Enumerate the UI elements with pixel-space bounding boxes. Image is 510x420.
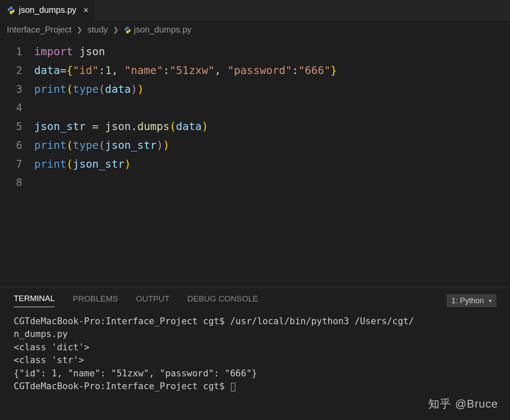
code-line: 7 print(json_str) bbox=[0, 155, 510, 174]
code-line: 4 bbox=[0, 98, 510, 117]
watermark: 知乎 @Bruce bbox=[428, 396, 498, 411]
breadcrumb-item[interactable]: json_dumps.py bbox=[124, 25, 192, 35]
breadcrumb-item[interactable]: study bbox=[87, 25, 108, 35]
tab-terminal[interactable]: TERMINAL bbox=[14, 294, 55, 307]
tab-debug-console[interactable]: DEBUG CONSOLE bbox=[187, 294, 258, 307]
tab-problems[interactable]: PROBLEMS bbox=[73, 294, 118, 307]
chevron-right-icon: ❯ bbox=[77, 26, 82, 34]
terminal-cursor bbox=[231, 383, 235, 391]
line-number: 1 bbox=[0, 43, 34, 61]
python-icon bbox=[7, 6, 15, 15]
line-number: 4 bbox=[0, 99, 34, 117]
terminal-line: <class 'dict'> bbox=[14, 342, 89, 352]
close-icon[interactable]: × bbox=[83, 6, 89, 15]
line-number: 7 bbox=[0, 155, 34, 173]
code-line: 8 bbox=[0, 173, 510, 192]
code-editor[interactable]: 1 import json 2 data={"id":1, "name":"51… bbox=[0, 39, 510, 195]
terminal-selector-label: 1: Python bbox=[447, 294, 496, 307]
line-number: 5 bbox=[0, 118, 34, 136]
line-number: 6 bbox=[0, 136, 34, 154]
terminal-output[interactable]: CGTdeMacBook-Pro:Interface_Project cgt$ … bbox=[0, 311, 510, 397]
tab-filename: json_dumps.py bbox=[19, 5, 77, 15]
code-line: 5 json_str = json.dumps(data) bbox=[0, 117, 510, 136]
code-line: 3 print(type(data)) bbox=[0, 80, 510, 99]
line-number: 8 bbox=[0, 174, 34, 192]
terminal-selector[interactable]: 1: Python bbox=[447, 296, 496, 305]
terminal-line: CGTdeMacBook-Pro:Interface_Project cgt$ … bbox=[14, 316, 414, 326]
tab-active[interactable]: json_dumps.py × bbox=[0, 0, 95, 21]
terminal-line: n_dumps.py bbox=[14, 329, 68, 339]
python-icon bbox=[124, 26, 131, 34]
breadcrumb-item[interactable]: Interface_Project bbox=[7, 25, 71, 35]
tab-output[interactable]: OUTPUT bbox=[136, 294, 169, 307]
code-line: 1 import json bbox=[0, 42, 510, 61]
breadcrumb-filename: json_dumps.py bbox=[134, 25, 192, 35]
terminal-line: {"id": 1, "name": "51zxw", "password": "… bbox=[14, 368, 257, 379]
panel-tabs: TERMINAL PROBLEMS OUTPUT DEBUG CONSOLE 1… bbox=[0, 288, 510, 311]
line-number: 3 bbox=[0, 80, 34, 98]
tab-bar: json_dumps.py × bbox=[0, 0, 510, 21]
breadcrumb: Interface_Project ❯ study ❯ json_dumps.p… bbox=[0, 21, 510, 39]
terminal-line: CGTdeMacBook-Pro:Interface_Project cgt$ bbox=[14, 381, 230, 391]
line-number: 2 bbox=[0, 62, 34, 80]
code-line: 2 data={"id":1, "name":"51zxw", "passwor… bbox=[0, 61, 510, 80]
chevron-right-icon: ❯ bbox=[113, 26, 119, 34]
terminal-line: <class 'str'> bbox=[14, 355, 84, 365]
code-line: 6 print(type(json_str)) bbox=[0, 136, 510, 155]
